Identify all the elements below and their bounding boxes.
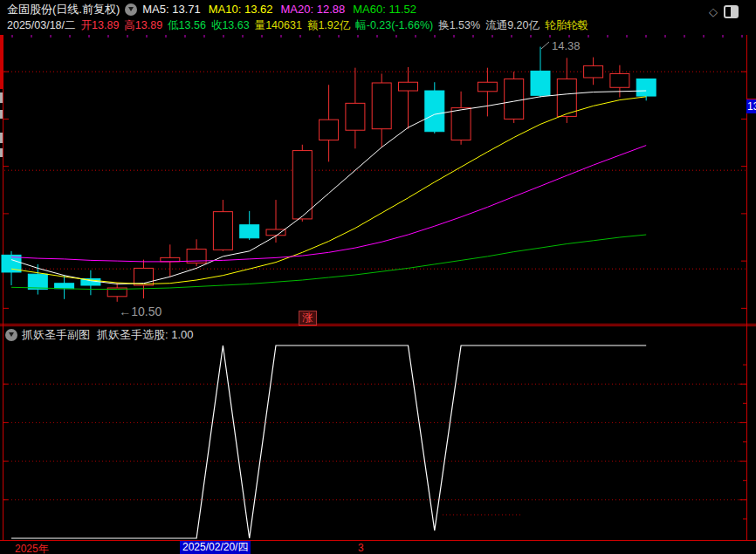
axis-label-fragment [0,110,3,119]
quote-field: 换1.53% [438,18,480,33]
chevron-down-icon[interactable] [125,3,137,16]
quote-readout: 2025/03/18/二开13.89高13.89低13.56收13.63量140… [7,18,594,32]
quote-field: 2025/03/18/二 [7,18,76,33]
quote-field: 幅-0.23(-1.66%) [355,18,433,33]
last-price-badge: 13 [746,99,756,113]
quote-field: 流通9.20亿 [485,18,540,33]
chart-header: 金固股份(日线.前复权) MA5: 13.71MA10: 13.62MA20: … [7,2,424,17]
indicator-canvas [0,325,756,541]
quote-field: 额1.92亿 [307,18,350,33]
indicator-chart[interactable] [0,325,756,541]
ma-value: MA20: 12.88 [281,3,346,16]
main-price-chart[interactable]: 14.38←10.50 [0,35,756,325]
axis-label-fragment [0,133,3,143]
chevron-down-icon[interactable] [5,329,17,341]
quote-field: 收13.63 [211,18,250,33]
quote-field: 轮胎轮毂 [545,18,588,33]
split-layout-icon[interactable] [724,5,739,18]
quote-field: 开13.89 [81,18,120,33]
x-label-year: 2025年 [15,542,49,554]
indicator-readout: 抓妖圣手选股: 1.00 [97,327,194,343]
rise-marker-badge: 涨 [299,311,317,325]
indicator-header: 抓妖圣手副图 抓妖圣手选股: 1.00 [5,328,194,342]
x-label-selected-date[interactable]: 2025/02/20/四 [180,541,251,554]
ma-value: MA60: 11.52 [353,3,416,16]
candlestick-canvas: 14.38←10.50 [0,35,756,325]
indicator-title: 抓妖圣手副图 [22,327,90,343]
ma-value: MA5: 13.71 [142,3,201,16]
svg-text:←10.50: ←10.50 [119,304,162,318]
axis-label-fragment [0,92,3,103]
axis-label-fragment [0,148,3,157]
quote-field: 低13.56 [168,18,206,33]
x-axis: 2025年 2025/02/20/四 3 [0,541,756,554]
diamond-icon[interactable]: ◇ [709,6,718,17]
quote-field: 量140631 [255,18,302,33]
x-label-month: 3 [358,542,364,554]
ma-readout: MA5: 13.71MA10: 13.62MA20: 12.88MA60: 11… [142,3,424,16]
window-controls: ◇ [709,5,756,18]
ma-value: MA10: 13.62 [209,3,273,16]
svg-text:14.38: 14.38 [552,39,581,52]
app-window: 金固股份(日线.前复权) MA5: 13.71MA10: 13.62MA20: … [0,0,756,554]
quote-field: 高13.89 [124,18,162,33]
symbol-title: 金固股份(日线.前复权) [7,2,120,17]
